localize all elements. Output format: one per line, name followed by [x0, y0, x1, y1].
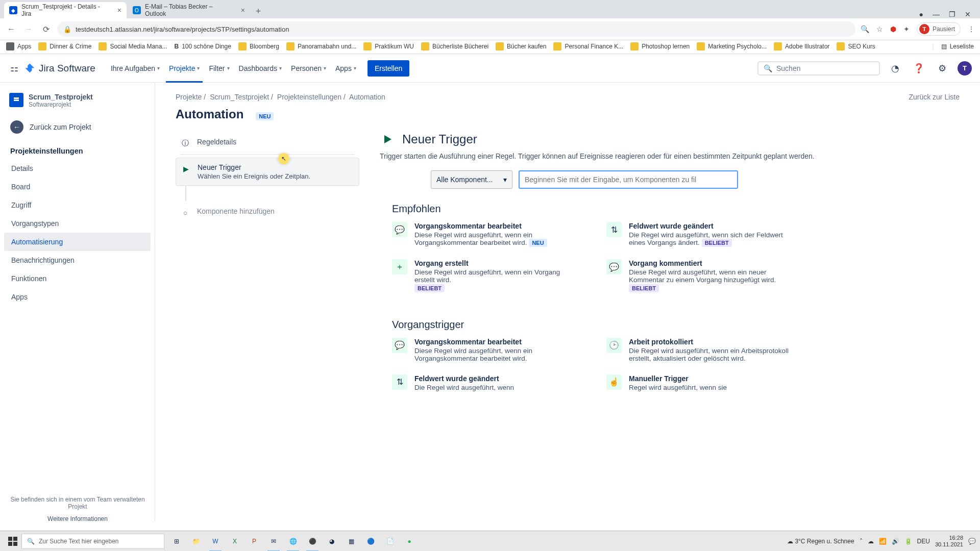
bookmark-item[interactable]: Bücher kaufen — [496, 42, 546, 51]
clock[interactable]: 16:28 30.11.2021 — [935, 535, 963, 547]
language-indicator[interactable]: DEU — [917, 538, 930, 545]
word-icon[interactable]: W — [207, 533, 224, 549]
sidebar-item-board[interactable]: Board — [4, 178, 151, 196]
add-component-step[interactable]: ○ Komponente hinzufügen — [176, 201, 359, 223]
bookmark-item[interactable]: Adobe Illustrator — [774, 42, 829, 51]
trigger-option[interactable]: ☝ Manueller Trigger Regel wird ausgeführ… — [606, 374, 790, 391]
browser-tab-active[interactable]: ◆ Scrum_Testprojekt - Details - Jira × — [4, 2, 127, 18]
crumb-settings[interactable]: Projekteinstellungen — [277, 93, 341, 101]
notifications-icon[interactable]: 💬 — [968, 538, 976, 545]
nav-people[interactable]: Personen▾ — [288, 61, 329, 76]
bookmark-item[interactable]: Panoramabahn und... — [286, 42, 356, 51]
reload-icon[interactable]: ⟳ — [40, 24, 52, 34]
app-switcher-icon[interactable]: ⚏ — [8, 62, 20, 74]
bookmark-item[interactable]: Apps — [6, 42, 31, 51]
nav-filters[interactable]: Filter▾ — [206, 61, 232, 76]
bookmark-item[interactable]: Photoshop lernen — [630, 42, 690, 51]
crumb-projects[interactable]: Projekte — [176, 93, 202, 101]
back-icon[interactable]: ← — [5, 24, 17, 34]
taskbar-search[interactable]: 🔍 Zur Suche Text hier eingeben — [21, 534, 164, 549]
component-filter-input[interactable] — [519, 170, 738, 189]
nav-dashboards[interactable]: Dashboards▾ — [236, 61, 285, 76]
bookmark-item[interactable]: Marketing Psycholo... — [697, 42, 767, 51]
spotify-icon[interactable]: ● — [401, 533, 418, 549]
bookmark-item[interactable]: Praktikum WU — [363, 42, 414, 51]
account-icon[interactable]: ● — [919, 10, 923, 18]
profile-chip[interactable]: T Pausiert — [917, 22, 961, 36]
crumb-automation[interactable]: Automation — [349, 93, 385, 101]
trigger-step[interactable]: ▶ Neuer Trigger Wählen Sie ein Ereignis … — [176, 158, 359, 186]
url-bar[interactable]: 🔒 testdeutsch1.atlassian.net/jira/softwa… — [57, 21, 855, 37]
taskview-icon[interactable]: ⊞ — [168, 533, 185, 549]
browser-tab[interactable]: O E-Mail – Tobias Becker – Outlook × — [128, 2, 250, 18]
sidebar-item-apps[interactable]: Apps — [4, 288, 151, 306]
bookmark-item[interactable]: Personal Finance K... — [553, 42, 623, 51]
app-icon[interactable]: ▦ — [343, 533, 359, 549]
notepad-icon[interactable]: 📄 — [382, 533, 398, 549]
edge-icon[interactable]: 🔵 — [362, 533, 379, 549]
app-icon[interactable]: ◕ — [324, 533, 340, 549]
zoom-icon[interactable]: 🔍 — [861, 25, 869, 33]
explorer-icon[interactable]: 📁 — [188, 533, 204, 549]
weather-widget[interactable]: ☁ 3°C Regen u. Schnee — [787, 538, 854, 545]
trigger-option[interactable]: 🕑 Arbeit protokolliert Die Regel wird au… — [606, 338, 790, 362]
nav-projects[interactable]: Projekte▾ — [166, 61, 203, 76]
wifi-icon[interactable]: 📶 — [879, 538, 887, 545]
tray-chevron-icon[interactable]: ˄ — [860, 538, 863, 545]
sidebar-item-features[interactable]: Funktionen — [4, 269, 151, 288]
crumb-project[interactable]: Scrum_Testprojekt — [210, 93, 269, 101]
volume-icon[interactable]: 🔊 — [892, 538, 899, 545]
nav-apps[interactable]: Apps▾ — [332, 61, 359, 76]
sidebar-item-notifications[interactable]: Benachrichtigungen — [4, 251, 151, 269]
trigger-option[interactable]: 💬 Vorgang kommentiert Diese Regel wird a… — [606, 259, 790, 292]
new-tab-button[interactable]: + — [251, 4, 265, 18]
sidebar-item-issuetypes[interactable]: Vorgangstypen — [4, 214, 151, 233]
back-to-list-link[interactable]: Zurück zur Liste — [909, 93, 960, 101]
trigger-option[interactable]: ⇅ Feldwert wurde geändert Die Regel wird… — [392, 374, 576, 391]
onedrive-icon[interactable]: ☁ — [868, 538, 874, 545]
component-filter-dropdown[interactable]: Alle Komponent... ▾ — [431, 170, 512, 189]
bookmark-item[interactable]: SEO Kurs — [837, 42, 875, 51]
bookmark-item[interactable]: Bücherliste Bücherei — [421, 42, 488, 51]
adblock-icon[interactable]: ⬢ — [890, 25, 896, 33]
help-icon[interactable]: ❓ — [911, 60, 927, 77]
nav-your-work[interactable]: Ihre Aufgaben▾ — [108, 61, 163, 76]
sidebar-item-automation[interactable]: Automatisierung — [4, 233, 151, 251]
rule-details-step[interactable]: ⓘ Regeldetails — [176, 132, 359, 154]
reading-list[interactable]: ▤Leseliste — [941, 43, 974, 50]
close-window-icon[interactable]: ✕ — [965, 10, 971, 18]
jira-logo[interactable]: Jira Software — [24, 63, 95, 74]
bookmark-item[interactable]: Social Media Mana... — [99, 42, 167, 51]
trigger-option[interactable]: ＋ Vorgang erstellt Diese Regel wird ausg… — [392, 259, 576, 292]
star-icon[interactable]: ☆ — [876, 25, 883, 33]
trigger-option[interactable]: ⇅ Feldwert wurde geändert Die Regel wird… — [606, 222, 790, 247]
minimize-icon[interactable]: — — [933, 10, 940, 18]
close-icon[interactable]: × — [241, 6, 245, 14]
extensions-icon[interactable]: ✦ — [903, 25, 910, 33]
notifications-icon[interactable]: ◔ — [887, 60, 903, 77]
trigger-option[interactable]: 💬 Vorgangskommentar bearbeitet Diese Reg… — [392, 338, 576, 362]
settings-icon[interactable]: ⚙ — [934, 60, 950, 77]
search-input[interactable]: 🔍 Suchen — [757, 61, 880, 76]
sidebar-footer-link[interactable]: Weitere Informationen — [10, 515, 145, 522]
powerpoint-icon[interactable]: P — [246, 533, 262, 549]
start-button[interactable] — [4, 533, 21, 550]
bookmark-item[interactable]: Bloomberg — [238, 42, 279, 51]
bookmark-item[interactable]: Dinner & Crime — [38, 42, 91, 51]
back-to-project[interactable]: ← Zurück zum Projekt — [4, 115, 151, 139]
sidebar-item-access[interactable]: Zugriff — [4, 196, 151, 214]
maximize-icon[interactable]: ❐ — [949, 10, 955, 18]
user-avatar[interactable]: T — [958, 61, 972, 76]
bookmark-item[interactable]: B100 schöne Dinge — [174, 43, 231, 50]
trigger-option[interactable]: 💬 Vorgangskommentar bearbeitet Diese Reg… — [392, 222, 576, 247]
forward-icon[interactable]: → — [22, 24, 35, 34]
sidebar-item-details[interactable]: Details — [4, 159, 151, 178]
mail-icon[interactable]: ✉ — [265, 533, 282, 549]
menu-icon[interactable]: ⋮ — [968, 25, 975, 33]
create-button[interactable]: Erstellen — [368, 60, 409, 77]
battery-icon[interactable]: 🔋 — [904, 538, 912, 545]
close-icon[interactable]: × — [117, 6, 121, 14]
obs-icon[interactable]: ⚫ — [304, 533, 321, 549]
chrome-icon[interactable]: 🌐 — [285, 533, 301, 549]
excel-icon[interactable]: X — [227, 533, 243, 549]
